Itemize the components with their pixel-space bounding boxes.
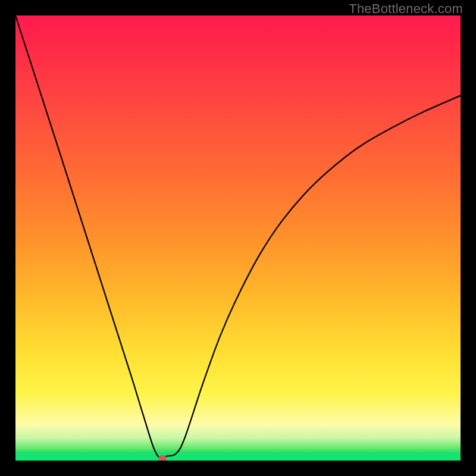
curve-svg: [15, 15, 461, 461]
min-marker: [158, 455, 167, 461]
bottleneck-curve: [15, 15, 461, 458]
watermark-text: TheBottleneck.com: [349, 1, 463, 17]
chart-frame: TheBottleneck.com: [0, 0, 476, 476]
plot-area: [15, 15, 461, 461]
